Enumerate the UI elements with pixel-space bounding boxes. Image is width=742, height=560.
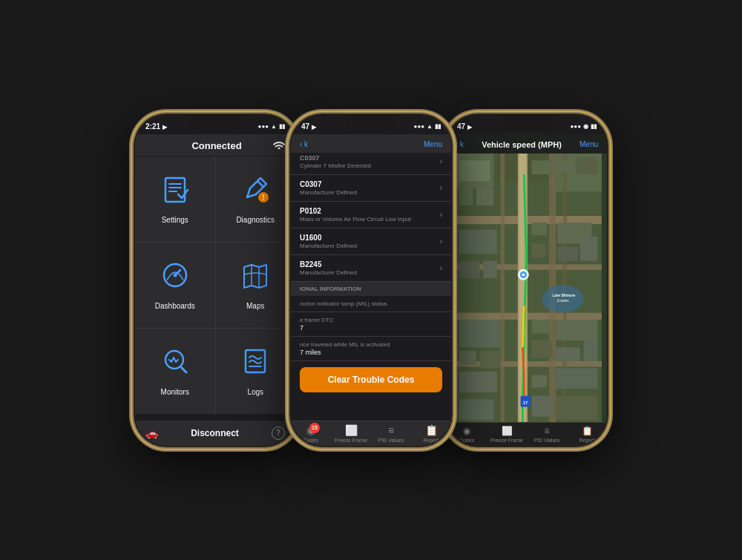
svg-rect-44: [556, 320, 597, 340]
pid-icon: ≡: [388, 424, 394, 436]
svg-rect-40: [480, 351, 501, 368]
info-item-0: nction indicator lamp (MIL) status: [291, 296, 451, 312]
middle-content[interactable]: C0307 Cylinder 7 Misfire Detected › C030…: [291, 153, 451, 418]
svg-rect-48: [532, 375, 548, 387]
chevron-icon-3: ›: [440, 237, 442, 246]
svg-rect-41: [459, 372, 497, 392]
svg-rect-27: [459, 229, 497, 254]
tab-codes[interactable]: 15 ◉ Codes: [291, 424, 331, 443]
report-icon: 📋: [425, 424, 438, 436]
menu-grid: Settings ! Diagnostics: [135, 157, 295, 414]
middle-screen: ‹ k Menu C0307 Cylinder 7 Misfire Detect…: [291, 134, 451, 446]
svg-rect-36: [557, 247, 578, 261]
svg-rect-49: [556, 368, 597, 389]
menu-item-dashboards[interactable]: Dashboards: [135, 243, 215, 328]
svg-rect-32: [577, 157, 597, 174]
map-pid-icon: ≡: [544, 426, 549, 436]
car-icon: 🚗: [145, 427, 158, 439]
logs-label: Logs: [247, 388, 263, 396]
codes-badge: 15: [309, 423, 320, 433]
notch-left: [189, 115, 241, 131]
svg-rect-26: [476, 188, 493, 205]
time-middle: 47 ▶: [301, 122, 316, 131]
svg-point-57: [522, 273, 525, 276]
svg-rect-37: [580, 237, 597, 261]
left-screen: Connected: [135, 134, 295, 446]
code-item-0[interactable]: C0307 Cylinder 7 Misfire Detected ›: [291, 153, 451, 175]
code-item-2[interactable]: P0102 Mass or Volume Air Flow Circuit Lo…: [291, 202, 451, 228]
left-bottom-bar: 🚗 Disconnect ?: [135, 421, 295, 446]
svg-text:17: 17: [523, 400, 528, 404]
dashboards-icon: [160, 260, 191, 297]
map-title: Vehicle speed (MPH): [464, 140, 580, 149]
code-item-3[interactable]: U1600 Manufacturer Defined ›: [291, 228, 451, 255]
info-item-2: nce traveled while MIL is activated 7 mi…: [291, 337, 451, 361]
chevron-icon: ›: [440, 157, 442, 165]
disconnect-button[interactable]: Disconnect: [158, 428, 272, 438]
menu-item-maps[interactable]: Maps: [216, 243, 296, 328]
maps-icon: [240, 260, 271, 297]
menu-item-logs[interactable]: Logs: [216, 329, 296, 414]
code-item-4[interactable]: B2245 Manufacturer Defined ›: [291, 255, 451, 282]
left-header: Connected: [135, 134, 295, 156]
svg-rect-30: [532, 160, 553, 174]
settings-label: Settings: [162, 216, 188, 224]
diagnostics-label: Diagnostics: [236, 216, 275, 224]
additional-info-header: IONAL INFORMATION: [291, 282, 451, 296]
svg-rect-51: [556, 395, 597, 420]
svg-rect-50: [532, 395, 553, 416]
middle-tab-bar: 15 ◉ Codes ⬜ Freeze Frame ≡ PID Values 📋: [291, 421, 451, 446]
svg-rect-24: [459, 160, 490, 181]
menu-item-monitors[interactable]: Monitors: [135, 329, 215, 414]
status-icons-left: ●●● ▲ ▮▮: [258, 123, 285, 130]
code-item-1[interactable]: C0307 Manufacturer Defined ›: [291, 175, 451, 202]
notch-right: [501, 115, 553, 131]
help-icon[interactable]: ?: [272, 426, 285, 440]
clear-trouble-codes-button[interactable]: Clear Trouble Codes: [300, 367, 442, 392]
map-back-label: ‹ k: [456, 140, 464, 148]
menu-item-settings[interactable]: Settings: [135, 157, 215, 242]
svg-rect-28: [459, 260, 480, 277]
back-label: ‹ k: [300, 140, 308, 148]
time-right: 47 ▶: [457, 122, 472, 131]
map-tab-report[interactable]: 📋 Report: [567, 426, 607, 443]
monitors-icon: [160, 346, 191, 383]
svg-rect-29: [483, 260, 497, 277]
chevron-icon-1: ›: [440, 184, 442, 192]
notch-middle: [345, 115, 397, 131]
monitors-label: Monitors: [161, 388, 189, 396]
menu-item-diagnostics[interactable]: ! Diagnostics: [216, 157, 296, 242]
svg-rect-38: [459, 320, 501, 347]
phone-right: 47 ▶ ●●● ◉ ▮▮ ‹ k Vehicle speed (MPH) Me…: [445, 113, 608, 447]
map-container[interactable]: Lake Biltmore Estates: [447, 154, 607, 424]
svg-rect-25: [459, 188, 473, 205]
map-tab-pid[interactable]: ≡ PID Values: [527, 426, 567, 443]
map-header: ‹ k Vehicle speed (MPH) Menu: [447, 134, 607, 154]
map-tab-freeze[interactable]: ⬜ Freeze Frame: [487, 426, 527, 443]
status-icons-middle: ●●● ▲ ▮▮: [414, 123, 441, 130]
maps-label: Maps: [246, 302, 264, 310]
phone-middle: 47 ▶ ●●● ▲ ▮▮ ‹ k Menu: [289, 113, 453, 447]
svg-text:Estates: Estates: [557, 298, 569, 302]
logs-icon: [240, 346, 271, 383]
map-tab-codes[interactable]: ◉ Codes: [447, 426, 487, 443]
map-freeze-icon: ⬜: [502, 426, 513, 436]
menu-button[interactable]: Menu: [424, 140, 442, 148]
svg-rect-43: [532, 320, 549, 334]
svg-rect-45: [532, 340, 553, 358]
map-menu-button[interactable]: Menu: [580, 140, 598, 148]
freeze-frame-icon: ⬜: [345, 424, 358, 436]
middle-header: ‹ k Menu: [291, 134, 451, 153]
left-header-title: Connected: [160, 140, 273, 151]
tab-freeze-frame[interactable]: ⬜ Freeze Frame: [331, 424, 371, 443]
map-codes-icon: ◉: [463, 426, 470, 436]
tab-pid-values[interactable]: ≡ PID Values: [371, 424, 411, 443]
settings-icon: [160, 174, 191, 211]
code-list: C0307 Cylinder 7 Misfire Detected › C030…: [291, 153, 451, 282]
dashboards-label: Dashboards: [155, 302, 195, 310]
svg-rect-42: [459, 399, 494, 420]
svg-rect-39: [459, 351, 476, 365]
phones-container: 2:21 ▶ ●●● ▲ ▮▮ Connected: [134, 113, 608, 447]
tab-report[interactable]: 📋 Report: [411, 424, 451, 443]
diagnostics-icon: !: [240, 174, 271, 211]
